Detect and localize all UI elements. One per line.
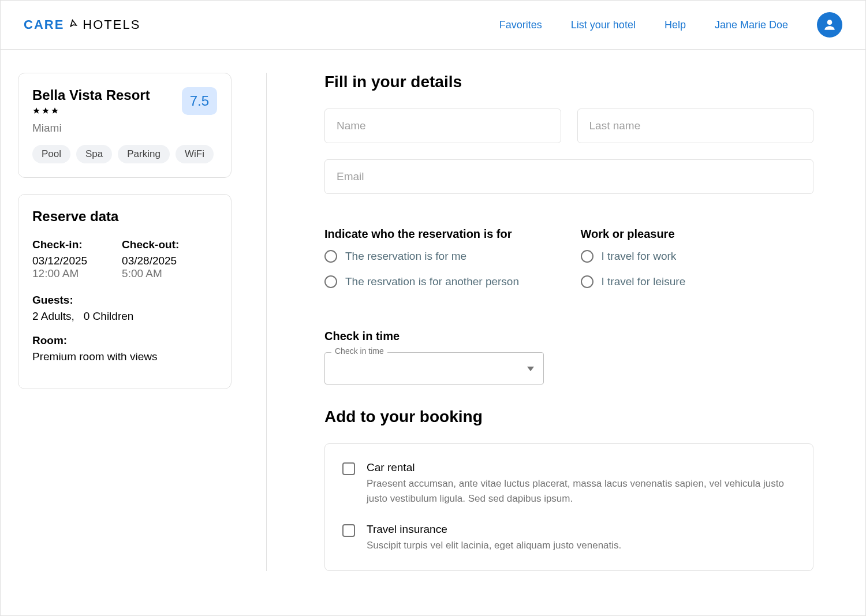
adults-count: 2 — [32, 310, 39, 322]
amenity-chip: Spa — [76, 145, 112, 163]
logo[interactable]: CARE HOTELS — [24, 17, 140, 32]
radio-sections-row: Indicate who the reservation is for The … — [324, 210, 813, 312]
main: Bella Vista Resort 7.5 Miami Pool Spa Pa… — [1, 50, 865, 594]
booking-addons-title: Add to your booking — [324, 408, 813, 426]
amenity-chip: Parking — [118, 145, 170, 163]
amenities: Pool Spa Parking WiFi — [32, 145, 217, 163]
radio-label: The reservation is for me — [345, 250, 466, 263]
addon-title: Car rental — [367, 461, 796, 474]
person-icon — [822, 17, 837, 32]
travel-leisure-option[interactable]: I travel for leisure — [581, 275, 814, 288]
chevron-down-icon — [527, 363, 534, 374]
amenity-chip: Pool — [32, 145, 70, 163]
star-icon — [32, 107, 40, 115]
addon-desc: Suscipit turpis vel elit lacinia, eget a… — [367, 538, 796, 553]
nav-user-name[interactable]: Jane Marie Doe — [715, 19, 788, 31]
reserve-dates-row: Check-in: 03/12/2025 12:00 AM Check-out:… — [32, 238, 217, 280]
work-pleasure-section: Work or pleasure I travel for work I tra… — [581, 227, 814, 301]
name-field[interactable]: Name — [324, 109, 561, 143]
nav-list-your-hotel[interactable]: List your hotel — [571, 19, 636, 31]
checkin-time-select[interactable] — [324, 352, 544, 384]
checkin-label: Check-in: — [32, 238, 87, 251]
checkout-time: 5:00 AM — [122, 267, 179, 280]
radio-icon — [581, 250, 593, 263]
amenity-chip: WiFi — [176, 145, 214, 163]
reserve-title: Reserve data — [32, 208, 217, 225]
checkin-time: 12:00 AM — [32, 267, 87, 280]
nav-help[interactable]: Help — [665, 19, 686, 31]
checkin-date: 03/12/2025 — [32, 255, 87, 267]
hotel-location: Miami — [32, 122, 217, 135]
avatar[interactable] — [817, 12, 842, 38]
rating-badge: 7.5 — [182, 87, 217, 115]
name-row: Name Last name — [324, 109, 813, 143]
lastname-field[interactable]: Last name — [577, 109, 814, 143]
hotel-card: Bella Vista Resort 7.5 Miami Pool Spa Pa… — [18, 73, 232, 178]
children-count: 0 — [84, 310, 90, 322]
reservation-for-me-option[interactable]: The reservation is for me — [324, 250, 558, 263]
travel-insurance-checkbox[interactable] — [342, 524, 355, 537]
reservation-for-other-option[interactable]: The resrvation is for another person — [324, 275, 558, 288]
radio-icon — [324, 250, 337, 263]
car-rental-checkbox[interactable] — [342, 462, 355, 475]
checkin-time-select-wrapper: Check in time — [324, 352, 544, 384]
nav: Favorites List your hotel Help Jane Mari… — [499, 12, 842, 38]
star-icon — [42, 107, 50, 115]
addon-title: Travel insurance — [367, 523, 796, 536]
header: CARE HOTELS Favorites List your hotel He… — [1, 1, 865, 50]
email-row: Email — [324, 159, 813, 194]
content: Fill in your details Name Last name Emai… — [266, 73, 848, 571]
car-rental-addon: Car rental Praesent accumsan, ante vitae… — [342, 461, 796, 506]
sidebar: Bella Vista Resort 7.5 Miami Pool Spa Pa… — [18, 73, 232, 571]
checkout-label: Check-out: — [122, 238, 179, 251]
travel-work-option[interactable]: I travel for work — [581, 250, 814, 263]
addon-content: Car rental Praesent accumsan, ante vitae… — [367, 461, 796, 506]
radio-label: I travel for leisure — [602, 275, 686, 288]
select-label: Check in time — [331, 346, 387, 356]
email-field[interactable]: Email — [324, 159, 813, 194]
radio-label: I travel for work — [602, 250, 677, 263]
reservation-for-title: Indicate who the reservation is for — [324, 227, 558, 241]
leaf-icon — [67, 18, 80, 31]
booking-addons: Car rental Praesent accumsan, ante vitae… — [324, 443, 813, 571]
details-title: Fill in your details — [324, 73, 813, 91]
radio-icon — [324, 275, 337, 288]
room-label: Room: — [32, 334, 217, 347]
room-section: Room: Premium room with views — [32, 334, 217, 363]
guests-value: 2 Adults, 0 Children — [32, 310, 217, 323]
adults-label: Adults, — [41, 310, 74, 322]
guests-section: Guests: 2 Adults, 0 Children — [32, 294, 217, 323]
logo-care: CARE — [24, 17, 64, 32]
checkin-time-title: Check in time — [324, 330, 813, 343]
svg-point-0 — [827, 20, 833, 25]
radio-icon — [581, 275, 593, 288]
reserve-card: Reserve data Check-in: 03/12/2025 12:00 … — [18, 194, 232, 389]
guests-label: Guests: — [32, 294, 217, 307]
reservation-for-section: Indicate who the reservation is for The … — [324, 227, 558, 301]
work-pleasure-title: Work or pleasure — [581, 227, 814, 241]
children-label: Children — [93, 310, 134, 322]
nav-favorites[interactable]: Favorites — [499, 19, 542, 31]
logo-hotels: HOTELS — [83, 17, 140, 32]
room-value: Premium room with views — [32, 350, 217, 363]
hotel-name: Bella Vista Resort — [32, 87, 150, 103]
checkin-time-section: Check in time Check in time — [324, 330, 813, 384]
addon-desc: Praesent accumsan, ante vitae luctus pla… — [367, 476, 796, 506]
hotel-header: Bella Vista Resort 7.5 — [32, 87, 217, 122]
addon-content: Travel insurance Suscipit turpis vel eli… — [367, 523, 796, 553]
checkout-date: 03/28/2025 — [122, 255, 179, 267]
radio-label: The resrvation is for another person — [345, 275, 519, 288]
travel-insurance-addon: Travel insurance Suscipit turpis vel eli… — [342, 523, 796, 553]
star-icon — [51, 107, 59, 115]
star-rating — [32, 107, 150, 115]
